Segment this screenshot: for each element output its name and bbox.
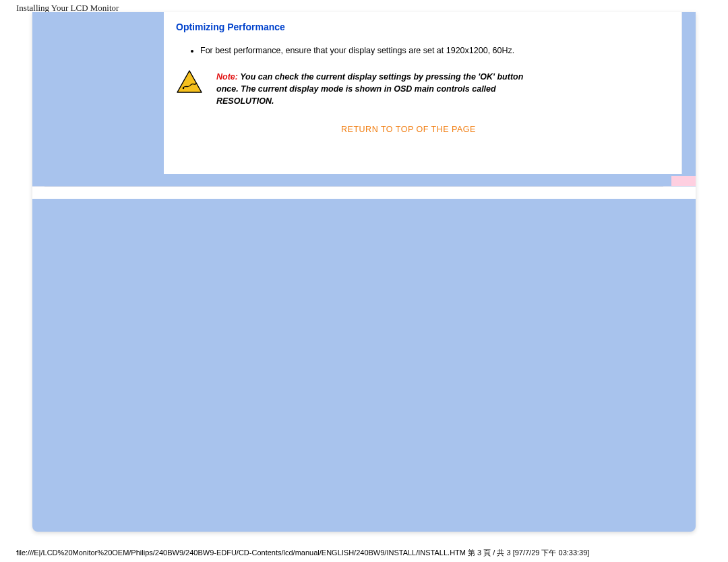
- panel-divider: [44, 186, 663, 187]
- warning-icon: [176, 69, 203, 96]
- note-text: Note: You can check the current display …: [216, 71, 540, 107]
- panel-bottom-strip: [32, 186, 696, 199]
- svg-point-1: [183, 88, 184, 89]
- page-background: Optimizing Performance For best performa…: [32, 12, 696, 532]
- footer-path: file:///E|/LCD%20Monitor%20OEM/Philips/2…: [16, 548, 712, 558]
- content-panel: Optimizing Performance For best performa…: [164, 12, 682, 174]
- right-tab-accent: [671, 176, 696, 187]
- svg-marker-0: [177, 71, 202, 92]
- note-label: Note:: [216, 72, 238, 82]
- instruction-item: For best performance, ensure that your d…: [200, 44, 661, 57]
- return-to-top-link[interactable]: RETURN TO TOP OF THE PAGE: [176, 125, 661, 134]
- note-row: Note: You can check the current display …: [176, 69, 661, 107]
- note-body: You can check the current display settin…: [216, 72, 523, 106]
- instruction-list: For best performance, ensure that your d…: [176, 44, 661, 57]
- section-title: Optimizing Performance: [176, 22, 661, 32]
